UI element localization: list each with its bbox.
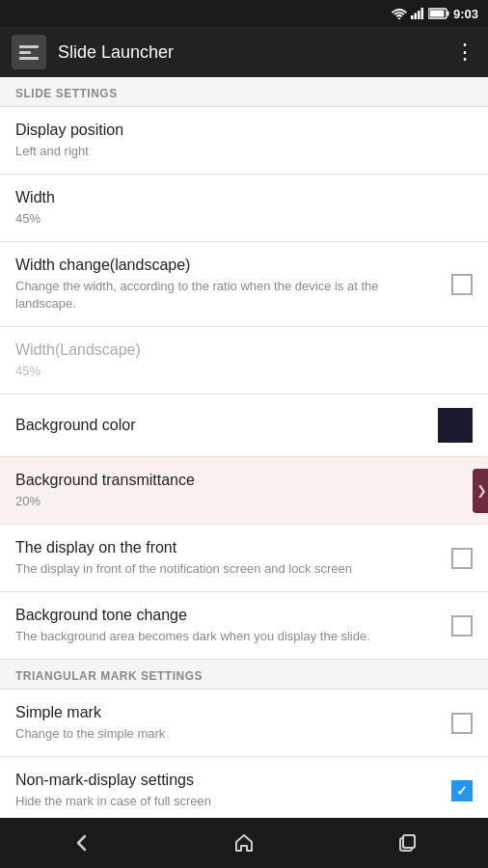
svg-rect-3: [418, 11, 420, 19]
setting-subtitle-simple-mark: Change to the simple mark: [15, 725, 442, 743]
battery-icon: [428, 8, 449, 19]
svg-rect-1: [411, 15, 414, 19]
checkbox-non-mark[interactable]: [451, 780, 473, 801]
setting-title-width-landscape-value: Width(Landscape): [15, 340, 463, 361]
status-time: 9:03: [453, 7, 478, 21]
app-title: Slide Launcher: [58, 42, 174, 63]
setting-row-width-landscape-value-text: Width(Landscape) 45%: [15, 340, 473, 380]
bottom-nav: [0, 818, 488, 868]
setting-subtitle-bg-tone: The background area becomes dark when yo…: [15, 628, 442, 645]
color-swatch-background[interactable]: [438, 408, 473, 443]
app-icon-line-2: [19, 51, 31, 54]
app-icon-line-1: [19, 45, 39, 48]
setting-title-width-landscape: Width change(landscape): [15, 256, 442, 276]
app-icon-line-3: [19, 57, 39, 60]
setting-row-simple-mark-text: Simple mark Change to the simple mark: [15, 703, 451, 743]
setting-row-simple-mark[interactable]: Simple mark Change to the simple mark: [0, 690, 488, 757]
setting-subtitle-display-position: Left and right: [15, 143, 463, 160]
setting-row-background-color-text: Background color: [15, 416, 438, 436]
setting-subtitle-display-front: The display in front of the notification…: [15, 560, 442, 578]
checkbox-simple-mark[interactable]: [451, 713, 473, 734]
svg-point-0: [398, 17, 400, 19]
setting-title-display-position: Display position: [15, 121, 463, 141]
triangular-mark-settings-header: TRIANGULAR MARK SETTINGS: [0, 660, 488, 690]
setting-row-width-landscape-value: Width(Landscape) 45%: [0, 327, 488, 394]
setting-row-width[interactable]: Width 45%: [0, 175, 488, 242]
recents-icon: [397, 833, 417, 853]
setting-subtitle-bg-transmittance: 20%: [15, 493, 463, 510]
setting-title-simple-mark: Simple mark: [15, 703, 442, 723]
setting-row-bg-transmittance-text: Background transmittance 20%: [15, 471, 473, 510]
checkbox-bg-tone[interactable]: [451, 615, 473, 637]
arrow-tab: [473, 469, 488, 513]
setting-row-bg-tone-text: Background tone change The background ar…: [15, 606, 451, 645]
slide-settings-header: SLIDE SETTINGS: [0, 77, 488, 107]
back-icon: [70, 832, 92, 854]
signal-icon: [411, 8, 424, 19]
setting-subtitle-non-mark: Hide the mark in case of full screen: [15, 793, 442, 810]
setting-title-bg-tone: Background tone change: [15, 606, 442, 626]
svg-rect-6: [447, 12, 448, 16]
settings-content: SLIDE SETTINGS Display position Left and…: [0, 77, 488, 818]
setting-row-display-front-text: The display on the front The display in …: [15, 538, 451, 578]
setting-row-non-mark[interactable]: Non-mark-display settings Hide the mark …: [0, 757, 488, 818]
setting-subtitle-width: 45%: [15, 210, 463, 228]
setting-row-display-front[interactable]: The display on the front The display in …: [0, 525, 488, 592]
svg-rect-4: [420, 8, 423, 19]
app-icon-inner: [19, 45, 39, 60]
setting-title-background-color: Background color: [15, 416, 428, 436]
setting-title-bg-transmittance: Background transmittance: [15, 471, 463, 491]
setting-row-background-color[interactable]: Background color: [0, 394, 488, 457]
home-icon: [233, 832, 255, 854]
setting-row-width-landscape[interactable]: Width change(landscape) Change the width…: [0, 242, 488, 327]
setting-title-width: Width: [15, 188, 463, 208]
setting-subtitle-width-landscape-value: 45%: [15, 363, 463, 380]
setting-title-display-front: The display on the front: [15, 538, 442, 558]
top-bar: Slide Launcher ⋮: [0, 27, 488, 77]
checkbox-display-front[interactable]: [451, 548, 473, 569]
wifi-icon: [392, 8, 407, 19]
setting-row-display-position[interactable]: Display position Left and right: [0, 107, 488, 175]
svg-rect-7: [429, 11, 444, 17]
svg-rect-9: [403, 835, 415, 848]
setting-row-bg-transmittance[interactable]: Background transmittance 20%: [0, 457, 488, 525]
setting-row-bg-tone[interactable]: Background tone change The background ar…: [0, 592, 488, 660]
setting-row-width-text: Width 45%: [15, 188, 473, 228]
setting-row-display-position-text: Display position Left and right: [15, 121, 473, 160]
overflow-menu-button[interactable]: ⋮: [454, 41, 476, 63]
setting-row-non-mark-text: Non-mark-display settings Hide the mark …: [15, 771, 451, 810]
setting-subtitle-width-landscape: Change the width, according to the ratio…: [15, 278, 442, 312]
checkbox-width-landscape[interactable]: [451, 274, 473, 295]
setting-row-width-landscape-text: Width change(landscape) Change the width…: [15, 256, 451, 312]
status-icons: 9:03: [392, 7, 478, 21]
status-bar: 9:03: [0, 0, 488, 27]
recents-button[interactable]: [378, 824, 436, 862]
app-icon: [12, 35, 46, 69]
back-button[interactable]: [52, 824, 110, 862]
top-bar-left: Slide Launcher: [12, 35, 174, 69]
svg-rect-2: [414, 14, 417, 20]
home-button[interactable]: [215, 824, 273, 862]
setting-title-non-mark: Non-mark-display settings: [15, 771, 442, 791]
